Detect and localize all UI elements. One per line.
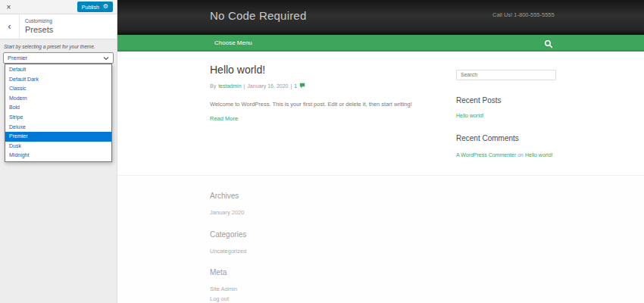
site-header: No Code Required Call Us! 1-800-555-5555 [117, 0, 644, 35]
preset-option[interactable]: Default Dark [5, 75, 111, 85]
recent-comments-heading: Recent Comments [456, 134, 556, 142]
preset-option[interactable]: Midnight [5, 151, 111, 161]
meta-heading: Meta [210, 268, 644, 276]
site-title: No Code Required [210, 9, 306, 22]
preset-option[interactable]: Stripe [5, 113, 111, 123]
site-preview: No Code Required Call Us! 1-800-555-5555… [117, 0, 644, 303]
sidebar-search-input[interactable] [456, 70, 556, 80]
chevron-down-icon [103, 56, 109, 61]
comment-count-link[interactable]: 1 [294, 83, 297, 89]
preset-select[interactable]: Premier [3, 52, 114, 64]
read-more-link[interactable]: Read More [210, 115, 238, 122]
nav-menu-link[interactable]: Choose Menu [214, 39, 252, 46]
sidebar: Recent Posts Hello world! Recent Comment… [456, 66, 556, 158]
meta-by-label: By [210, 83, 216, 89]
main-nav-bar: Choose Menu [117, 35, 644, 52]
gear-icon: ⚙ [103, 4, 108, 10]
preset-option-selected[interactable]: Premier [5, 132, 111, 142]
recent-comment-item: A WordPress Commenter on Hello world! [456, 152, 556, 158]
preset-select-value: Premier [8, 55, 27, 61]
wordpress-customizer-screen: No Code Required Call Us! 1-800-555-5555… [0, 0, 644, 303]
customizing-label: Customizing [25, 18, 53, 23]
site-admin-link[interactable]: Site Admin [210, 284, 644, 294]
site-footer: Archives January 2020 Categories Uncateg… [117, 175, 644, 303]
publish-button[interactable]: Publish ⚙ [77, 2, 113, 12]
publish-button-label: Publish [82, 5, 99, 10]
recent-post-link[interactable]: Hello world! [456, 113, 556, 118]
preset-option[interactable]: Deluxe [5, 123, 111, 133]
archives-heading: Archives [210, 192, 644, 200]
commented-post-link[interactable]: Hello world! [525, 152, 553, 158]
preset-option[interactable]: Dusk [5, 142, 111, 152]
log-out-link[interactable]: Log out [210, 294, 644, 303]
comment-bubble-icon [299, 83, 305, 89]
recent-posts-heading: Recent Posts [456, 96, 556, 105]
author-link[interactable]: testadmin [218, 83, 241, 89]
post-date: January 16, 2020 [247, 83, 288, 89]
categories-heading: Categories [210, 230, 644, 239]
close-icon[interactable]: × [4, 2, 14, 12]
preset-instruction: Start by selecting a preset for your the… [4, 44, 114, 49]
post-title: Hello world! [210, 64, 445, 76]
post-excerpt: Welcome to WordPress. This is your first… [210, 101, 445, 108]
preset-option[interactable]: Classic [5, 84, 111, 94]
post-article: Hello world! By testadmin | January 16, … [210, 64, 445, 123]
preset-option[interactable]: Default [5, 65, 111, 75]
header-phone: Call Us! 1-800-555-5555 [492, 11, 555, 18]
category-link[interactable]: Uncategorized [210, 248, 644, 255]
comment-on-label: on [517, 152, 524, 158]
meta-separator: | [290, 83, 292, 89]
preset-option[interactable]: Bold [5, 103, 111, 113]
commenter-link[interactable]: A WordPress Commenter [456, 152, 516, 158]
customizer-panel: × Publish ⚙ ‹ Customizing Presets Start … [0, 0, 117, 303]
panel-header: ‹ Customizing Presets [0, 14, 117, 39]
back-chevron-icon[interactable]: ‹ [0, 14, 20, 39]
meta-links: Site Admin Log out Entries feed [210, 284, 644, 303]
search-icon[interactable] [544, 38, 553, 47]
preset-dropdown-list: Default Default Dark Classic Modern Bold… [5, 64, 112, 162]
post-meta: By testadmin | January 16, 2020 | 1 [210, 83, 445, 89]
panel-header-titles: Customizing Presets [20, 14, 53, 39]
customizer-topbar: × Publish ⚙ [0, 0, 117, 14]
archive-link[interactable]: January 2020 [210, 209, 644, 216]
meta-separator: | [244, 83, 245, 89]
preset-option[interactable]: Modern [5, 94, 111, 104]
panel-title: Presets [25, 25, 53, 34]
